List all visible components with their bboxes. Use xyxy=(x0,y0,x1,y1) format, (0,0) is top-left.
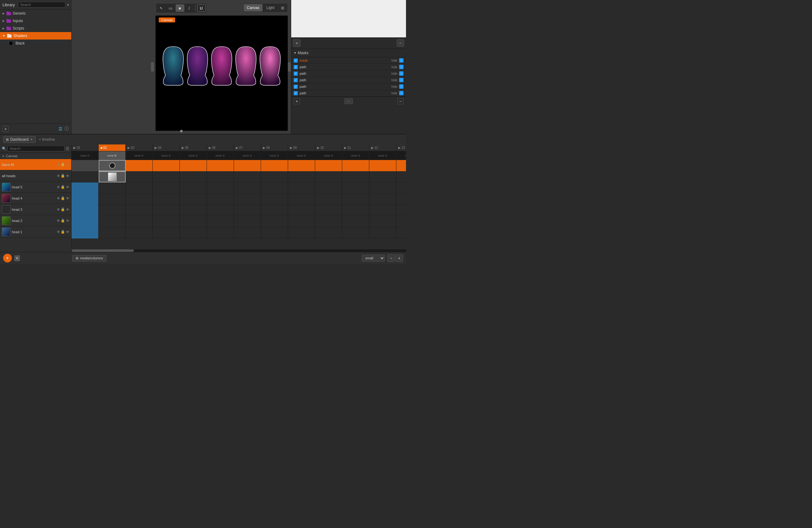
canvas-right-handle[interactable] xyxy=(288,62,291,72)
tl-cell-ah-04[interactable] xyxy=(153,171,180,183)
tl-cell-h2-09[interactable] xyxy=(288,216,315,227)
tl-cell-h2-04[interactable] xyxy=(153,216,180,227)
tl-cell-bf-05[interactable] xyxy=(180,160,207,171)
tl-cell-bf-03[interactable] xyxy=(126,160,153,171)
size-select[interactable]: small medium large xyxy=(362,255,385,261)
mask-info-path-5[interactable]: i xyxy=(399,91,404,95)
gear-icon-01[interactable]: ⚙ xyxy=(87,154,90,157)
masks-checkbox-path-3[interactable]: ✓ xyxy=(294,78,298,82)
col-10[interactable]: ▶ 10 xyxy=(315,144,342,151)
sidebar-item-shaders[interactable]: ▼ Shaders xyxy=(0,32,71,40)
sidebar-add-button[interactable]: + xyxy=(2,126,9,132)
tl-cell-bf-11[interactable] xyxy=(342,160,369,171)
tl-cell-h2-13[interactable] xyxy=(396,216,406,227)
tl-cell-h5-10[interactable] xyxy=(315,183,342,194)
tl-cell-h1-05[interactable] xyxy=(180,227,207,239)
head4-lock-icon[interactable]: 🔒 xyxy=(61,196,65,200)
tl-cell-h3-03[interactable] xyxy=(126,205,153,216)
tl-cell-h2-06[interactable] xyxy=(207,216,234,227)
tl-cell-bf-10[interactable] xyxy=(315,160,342,171)
layer-head-3[interactable]: head 3 ⊕ 🔒 👁 xyxy=(0,204,71,215)
zoom-out-button[interactable]: − xyxy=(387,254,395,262)
pen-tool-button[interactable]: / xyxy=(185,4,193,12)
tl-cell-h2-08[interactable] xyxy=(261,216,288,227)
tl-cell-ah-11[interactable] xyxy=(342,171,369,183)
dropdown-arrow-button[interactable]: ▾ xyxy=(14,255,20,261)
library-search-input[interactable] xyxy=(18,2,65,8)
tl-cell-h3-13[interactable] xyxy=(396,205,406,216)
masks-checkbox-mask[interactable]: ✓ xyxy=(294,58,298,62)
tl-cell-h4-02[interactable] xyxy=(99,194,126,205)
tl-cell-h2-02[interactable] xyxy=(99,216,126,227)
gear-icon-05[interactable]: ⚙ xyxy=(195,154,198,157)
mask-hide-mask[interactable]: hide xyxy=(391,59,397,62)
tl-cell-h4-06[interactable] xyxy=(207,194,234,205)
head4-eye-icon[interactable]: 👁 xyxy=(66,197,69,200)
head3-add-icon[interactable]: ⊕ xyxy=(57,207,60,211)
tl-cell-h4-10[interactable] xyxy=(315,194,342,205)
head5-lock-icon[interactable]: 🔒 xyxy=(61,185,65,189)
tl-cell-bf-13[interactable] xyxy=(396,160,406,171)
tl-cell-h4-12[interactable] xyxy=(369,194,396,205)
tl-cell-h2-10[interactable] xyxy=(315,216,342,227)
col-03[interactable]: ▶ 03 xyxy=(126,144,153,151)
mask-hide-path-2[interactable]: hide xyxy=(391,72,397,75)
tl-cell-h2-07[interactable] xyxy=(234,216,261,227)
dashboard-tab[interactable]: ⊞ Dashboard ▼ xyxy=(3,136,36,143)
gear-icon-08[interactable]: ⚙ xyxy=(277,154,279,157)
col-12[interactable]: ▶ 12 xyxy=(369,144,396,151)
gear-icon-04[interactable]: ⚙ xyxy=(168,154,171,157)
col-09[interactable]: ▶ 09 xyxy=(288,144,315,151)
gear-icon-09[interactable]: ⚙ xyxy=(304,154,306,157)
layer-head-5[interactable]: head 5 ⊕ 🔒 👁 xyxy=(0,182,71,193)
tl-cell-h4-08[interactable] xyxy=(261,194,288,205)
masks-checkbox-path-5[interactable]: ✓ xyxy=(294,91,298,95)
timeline-scrollbar[interactable] xyxy=(72,249,406,252)
rect-tool-button[interactable]: ▭ xyxy=(166,4,175,12)
tl-cell-h2-05[interactable] xyxy=(180,216,207,227)
sidebar-list-icon[interactable]: ☰ xyxy=(58,126,62,131)
tl-cell-h5-06[interactable] xyxy=(207,183,234,194)
col-07[interactable]: ▶ 07 xyxy=(234,144,261,151)
tl-cell-h5-07[interactable] xyxy=(234,183,261,194)
col-06[interactable]: ▶ 06 xyxy=(207,144,234,151)
tl-cell-h1-12[interactable] xyxy=(369,227,396,239)
tl-cell-ah-09[interactable] xyxy=(288,171,315,183)
tl-cell-bf-01[interactable] xyxy=(72,160,99,171)
timeline-menu-button[interactable]: ☰ xyxy=(66,146,69,151)
tl-cell-ah-10[interactable] xyxy=(315,171,342,183)
tl-cell-h5-05[interactable] xyxy=(180,183,207,194)
head5-add-icon[interactable]: ⊕ xyxy=(57,185,60,189)
layer-black-fill[interactable]: black fill ⊕ 🔒 👁 xyxy=(0,159,71,170)
tl-cell-h5-12[interactable] xyxy=(369,183,396,194)
gear-icon-11[interactable]: ⚙ xyxy=(358,154,360,157)
tl-cell-ah-06[interactable] xyxy=(207,171,234,183)
tl-cell-h3-05[interactable] xyxy=(180,205,207,216)
tl-cell-h2-01[interactable] xyxy=(72,216,99,227)
gear-icon-07[interactable]: ⚙ xyxy=(249,154,252,157)
tl-cell-h1-08[interactable] xyxy=(261,227,288,239)
tl-cell-h1-06[interactable] xyxy=(207,227,234,239)
head3-eye-icon[interactable]: 👁 xyxy=(66,208,69,211)
tl-cell-h5-11[interactable] xyxy=(342,183,369,194)
head1-eye-icon[interactable]: 👁 xyxy=(66,230,69,234)
col-02[interactable]: ■ 02 xyxy=(99,144,126,151)
tl-cell-ah-12[interactable] xyxy=(369,171,396,183)
masks-checkbox-path-1[interactable]: ✓ xyxy=(294,65,298,69)
light-mode-button[interactable]: Light xyxy=(263,4,277,12)
all-heads-add-icon[interactable]: ⊕ xyxy=(57,174,60,178)
gear-icon-10[interactable]: ⚙ xyxy=(331,154,333,157)
masks-more-button[interactable]: ··· xyxy=(344,98,353,104)
tl-cell-h3-09[interactable] xyxy=(288,205,315,216)
u-tool-button[interactable]: U xyxy=(197,4,206,12)
tl-cell-ah-03[interactable] xyxy=(126,171,153,183)
tl-cell-h1-03[interactable] xyxy=(126,227,153,239)
tl-cell-bf-08[interactable] xyxy=(261,160,288,171)
tl-cell-h5-08[interactable] xyxy=(261,183,288,194)
tl-cell-h3-08[interactable] xyxy=(261,205,288,216)
head1-lock-icon[interactable]: 🔒 xyxy=(61,230,65,234)
grid-view-button[interactable]: ⊞ xyxy=(278,4,287,12)
gear-icon-02[interactable]: ⚙ xyxy=(114,154,117,157)
tl-cell-h5-04[interactable] xyxy=(153,183,180,194)
tl-cell-bf-06[interactable] xyxy=(207,160,234,171)
